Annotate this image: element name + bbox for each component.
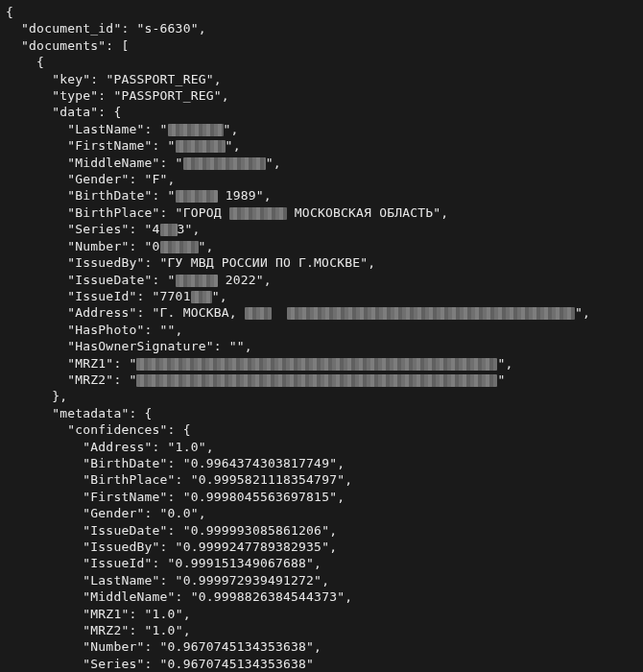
redaction: [136, 358, 497, 371]
redaction: [136, 374, 497, 387]
redaction: [229, 207, 287, 220]
conf-val-number: 0.9670745134353638: [168, 639, 306, 654]
key-hasphoto: HasPhoto: [75, 323, 136, 337]
key-issueid: IssueId: [75, 289, 129, 303]
conf-val-mrz1: 1.0: [153, 607, 176, 621]
val-gender: F: [153, 172, 160, 186]
val-key: PASSPORT_REG: [113, 72, 205, 86]
val-document-id: s-6630: [145, 21, 191, 36]
redaction: [287, 307, 575, 320]
val-type: PASSPORT_REG: [121, 88, 213, 103]
conf-val-mrz2: 1.0: [153, 623, 176, 637]
redaction: [176, 190, 218, 203]
conf-key-issueid: IssueId: [90, 556, 144, 570]
conf-key-birthplace: BirthPlace: [90, 472, 167, 487]
key-series: Series: [75, 222, 121, 236]
key-firstname: FirstName: [75, 138, 144, 153]
key-mrz2: MRZ2: [75, 372, 106, 387]
val-issuedby: ГУ МВД РОССИИ ПО Г.МОСКВЕ: [168, 255, 361, 270]
val-series-suffix: 3: [178, 222, 185, 236]
key-number: Number: [75, 239, 121, 253]
redaction: [160, 241, 199, 253]
conf-key-issuedby: IssuedBy: [90, 540, 152, 554]
key-issuedby: IssuedBy: [75, 255, 136, 270]
key-birthplace: BirthPlace: [75, 205, 152, 220]
conf-key-mrz2: MRZ2: [90, 623, 121, 637]
redaction: [183, 157, 266, 170]
conf-key-number: Number: [90, 639, 136, 654]
val-birthplace-suffix: МОСКОВСКАЯ ОБЛАСТЬ: [287, 205, 434, 220]
key-confidences: confidences: [75, 422, 159, 437]
conf-val-birthdate: 0.9964374303817749: [191, 456, 329, 470]
conf-key-middlename: MiddleName: [90, 589, 167, 604]
conf-key-birthdate: BirthDate: [90, 456, 159, 470]
conf-key-address: Address: [90, 440, 144, 454]
key-mrz1: MRZ1: [75, 356, 106, 371]
conf-val-issuedby: 0.9999247789382935: [183, 540, 322, 554]
val-address-prefix: Г. МОСКВА,: [160, 305, 245, 320]
redaction: [176, 275, 218, 287]
key-address: Address: [75, 305, 129, 320]
key-middlename: MiddleName: [75, 156, 152, 170]
redaction: [160, 224, 178, 236]
conf-val-address: 1.0: [176, 440, 199, 454]
conf-val-series: 0.9670745134353638: [168, 657, 306, 671]
conf-key-issuedate: IssueDate: [90, 523, 159, 538]
redaction: [191, 291, 212, 303]
key-issuedate: IssueDate: [75, 273, 144, 287]
conf-key-gender: Gender: [90, 506, 136, 520]
key-documents: documents: [29, 38, 98, 53]
conf-val-gender: 0.0: [168, 506, 191, 520]
redaction: [168, 124, 224, 136]
key-data: data: [60, 105, 90, 119]
key-metadata: metadata: [60, 406, 121, 420]
val-issueid-prefix: 7701: [160, 289, 191, 303]
conf-val-issuedate: 0.999993085861206: [191, 523, 322, 538]
val-birthplace-prefix: ГОРОД: [183, 205, 229, 220]
conf-val-birthplace: 0.9995821118354797: [199, 472, 337, 487]
key-type: type: [60, 88, 90, 103]
key-lastname: LastName: [75, 122, 136, 136]
val-series-prefix: 4: [153, 222, 160, 236]
val-number-prefix: 0: [153, 239, 160, 253]
key-birthdate: BirthDate: [75, 188, 144, 203]
key-document-id: document_id: [29, 21, 113, 36]
conf-val-firstname: 0.9998045563697815: [191, 490, 329, 504]
val-issuedate-suffix: 2022: [218, 273, 256, 287]
conf-val-middlename: 0.9998826384544373: [199, 589, 337, 604]
conf-key-mrz1: MRZ1: [90, 607, 121, 621]
conf-key-series: Series: [90, 657, 136, 671]
key-hasownersignature: HasOwnerSignature: [75, 339, 205, 353]
key-key: key: [60, 72, 83, 86]
redaction: [176, 140, 226, 153]
json-code-block: { "document_id": "s-6630", "documents": …: [0, 0, 643, 672]
val-birthdate-suffix: 1989: [218, 188, 256, 203]
conf-val-lastname: 0.999972939491272: [183, 573, 314, 588]
key-gender: Gender: [75, 172, 121, 186]
conf-key-lastname: LastName: [90, 573, 152, 588]
conf-val-issueid: 0.999151349067688: [176, 556, 306, 570]
conf-key-firstname: FirstName: [90, 490, 159, 504]
redaction: [245, 307, 272, 320]
